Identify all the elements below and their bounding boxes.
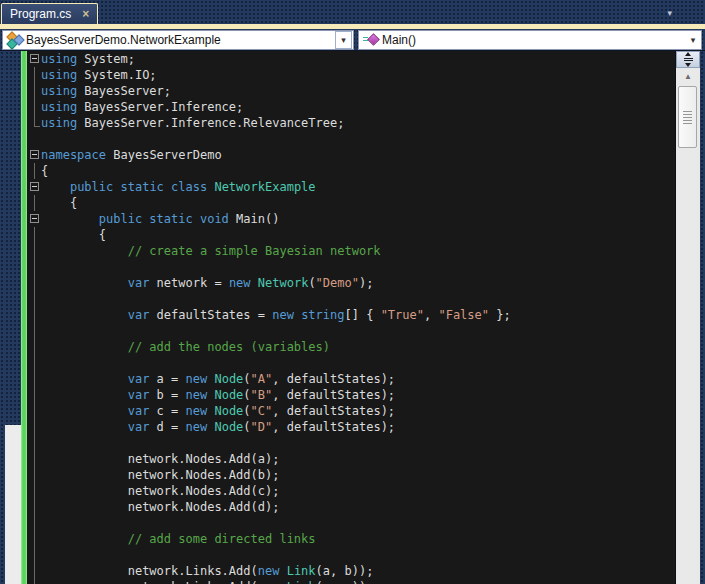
code-line[interactable]: using BayesServer; (27, 83, 675, 99)
code-line[interactable]: network.Links.Add(new Link(a, b)); (27, 563, 675, 579)
code-line-text: network.Links.Add(new Link(a, b)); (41, 563, 373, 579)
code-line-text: // add the nodes (variables) (41, 339, 330, 355)
editor-area: using System;using System.IO;using Bayes… (0, 51, 705, 584)
outlining-margin-cell (27, 579, 41, 584)
code-line[interactable]: using System.IO; (27, 67, 675, 83)
code-line[interactable] (27, 435, 675, 451)
code-line[interactable]: { (27, 163, 675, 179)
code-line[interactable] (27, 131, 675, 147)
outlining-margin-cell (27, 83, 41, 99)
code-lines: using System;using System.IO;using Bayes… (27, 51, 675, 584)
code-line[interactable]: var c = new Node("C", defaultStates); (27, 403, 675, 419)
outlining-margin-cell (27, 227, 41, 243)
outlining-margin-cell (27, 259, 41, 275)
outlining-margin-cell (27, 387, 41, 403)
code-line[interactable]: // create a simple Bayesian network (27, 243, 675, 259)
outlining-margin-cell (27, 499, 41, 515)
outlining-margin-cell (27, 435, 41, 451)
method-icon (362, 32, 379, 47)
type-dropdown[interactable]: BayesServerDemo.NetworkExample ▾ (2, 30, 354, 50)
code-line-text: var network = new Network("Demo"); (41, 275, 373, 291)
code-line-text: network.Nodes.Add(c); (41, 483, 279, 499)
scroll-up-icon[interactable]: ▲ (676, 68, 700, 84)
code-line[interactable]: network.Links.Add(new Link(a, c)); (27, 579, 675, 584)
code-line-text: using BayesServer.Inference.RelevanceTre… (41, 115, 344, 131)
outlining-margin-cell (27, 195, 41, 211)
code-line-text: var a = new Node("A", defaultStates); (41, 371, 395, 387)
code-line[interactable]: var d = new Node("D", defaultStates); (27, 419, 675, 435)
fold-collapse-icon[interactable] (30, 182, 39, 191)
outlining-margin-cell (27, 451, 41, 467)
dropdown-arrow-icon[interactable]: ▾ (685, 35, 701, 45)
code-line-text: var b = new Node("B", defaultStates); (41, 387, 395, 403)
code-line[interactable]: network.Nodes.Add(b); (27, 467, 675, 483)
code-line[interactable] (27, 515, 675, 531)
tab-program-cs[interactable]: Program.cs × (1, 3, 98, 24)
outlining-margin-cell (27, 275, 41, 291)
code-line[interactable]: { (27, 227, 675, 243)
scrollbar-thumb[interactable] (678, 86, 697, 148)
code-line-text: { (41, 227, 106, 243)
code-line[interactable]: network.Nodes.Add(c); (27, 483, 675, 499)
fold-collapse-icon[interactable] (30, 214, 39, 223)
code-line[interactable]: namespace BayesServerDemo (27, 147, 675, 163)
code-line[interactable] (27, 547, 675, 563)
member-dropdown-label: Main() (379, 33, 685, 47)
code-line-text: { (41, 163, 48, 179)
code-line-text: network.Nodes.Add(d); (41, 499, 279, 515)
outlining-margin-cell (27, 147, 41, 163)
code-line-text: // add some directed links (41, 531, 316, 547)
scrollbar-column: ▲ (675, 51, 700, 584)
code-line-text: network.Nodes.Add(b); (41, 467, 279, 483)
outlining-margin-cell (27, 403, 41, 419)
code-line[interactable]: // add some directed links (27, 531, 675, 547)
code-line[interactable]: var network = new Network("Demo"); (27, 275, 675, 291)
outlining-margin-cell (27, 547, 41, 563)
code-line[interactable]: using BayesServer.Inference; (27, 99, 675, 115)
editor-window: Program.cs × ▾ BayesServerDemo.NetworkEx… (0, 0, 705, 584)
code-line[interactable]: public static void Main() (27, 211, 675, 227)
fold-collapse-icon[interactable] (30, 150, 39, 159)
code-line[interactable]: { (27, 195, 675, 211)
code-line-text: var d = new Node("D", defaultStates); (41, 419, 395, 435)
code-line[interactable]: network.Nodes.Add(a); (27, 451, 675, 467)
outlining-margin-cell (27, 163, 41, 179)
tab-label: Program.cs (10, 7, 71, 21)
indicator-margin[interactable] (5, 51, 21, 584)
scrollbar-track[interactable] (676, 84, 700, 584)
code-area[interactable]: using System;using System.IO;using Bayes… (27, 51, 675, 584)
outlining-margin-cell (27, 99, 41, 115)
code-line[interactable]: // add the nodes (variables) (27, 339, 675, 355)
member-dropdown[interactable]: Main() ▾ (358, 30, 702, 50)
split-handle-icon (684, 52, 693, 67)
code-line-text: network.Nodes.Add(a); (41, 451, 279, 467)
outlining-margin-cell (27, 515, 41, 531)
indicator-margin-bottom (5, 425, 21, 584)
code-line[interactable]: var a = new Node("A", defaultStates); (27, 371, 675, 387)
code-line[interactable]: var defaultStates = new string[] { "True… (27, 307, 675, 323)
code-line[interactable] (27, 323, 675, 339)
code-line-text: // create a simple Bayesian network (41, 243, 381, 259)
code-line[interactable]: using System; (27, 51, 675, 67)
code-line[interactable]: network.Nodes.Add(d); (27, 499, 675, 515)
code-line-text: var defaultStates = new string[] { "True… (41, 307, 511, 323)
outlining-margin-cell (27, 419, 41, 435)
code-line[interactable] (27, 291, 675, 307)
fold-collapse-icon[interactable] (30, 54, 39, 63)
outlining-margin-cell (27, 323, 41, 339)
code-line[interactable]: public static class NetworkExample (27, 179, 675, 195)
tab-list-dropdown-icon[interactable]: ▾ (667, 8, 672, 18)
outlining-margin-cell (27, 467, 41, 483)
split-window-handle[interactable] (676, 51, 700, 68)
code-line[interactable] (27, 259, 675, 275)
close-icon[interactable]: × (82, 9, 89, 19)
outlining-margin-cell (27, 307, 41, 323)
dropdown-arrow-icon[interactable]: ▾ (335, 31, 352, 49)
code-line[interactable]: var b = new Node("B", defaultStates); (27, 387, 675, 403)
code-line[interactable] (27, 355, 675, 371)
window-frame-right (700, 51, 705, 584)
code-line-text: using System.IO; (41, 67, 157, 83)
code-line[interactable]: using BayesServer.Inference.RelevanceTre… (27, 115, 675, 131)
outlining-margin-cell (27, 483, 41, 499)
outlining-margin-cell (27, 131, 41, 147)
